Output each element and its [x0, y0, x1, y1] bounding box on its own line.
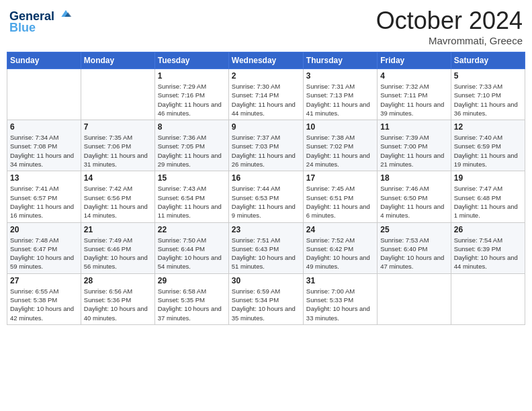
month-title: October 2024: [376, 7, 523, 35]
day-number: 2: [232, 71, 300, 81]
calendar-cell: 21Sunrise: 7:49 AM Sunset: 6:46 PM Dayli…: [81, 222, 154, 273]
day-number: 15: [158, 173, 226, 183]
day-info: Sunrise: 7:30 AM Sunset: 7:14 PM Dayligh…: [232, 82, 300, 118]
day-info: Sunrise: 7:41 AM Sunset: 6:57 PM Dayligh…: [10, 184, 78, 220]
calendar-week-row: 13Sunrise: 7:41 AM Sunset: 6:57 PM Dayli…: [7, 171, 525, 222]
day-info: Sunrise: 7:54 AM Sunset: 6:39 PM Dayligh…: [454, 236, 522, 271]
day-info: Sunrise: 7:50 AM Sunset: 6:44 PM Dayligh…: [158, 236, 226, 271]
day-number: 8: [158, 122, 226, 132]
day-info: Sunrise: 7:46 AM Sunset: 6:50 PM Dayligh…: [380, 184, 447, 220]
calendar-cell: [451, 273, 525, 324]
day-number: 27: [10, 276, 78, 285]
day-info: Sunrise: 7:35 AM Sunset: 7:06 PM Dayligh…: [84, 133, 152, 169]
weekday-header: Saturday: [451, 52, 525, 69]
day-number: 24: [306, 225, 374, 234]
logo: General Blue: [9, 7, 73, 35]
calendar-cell: 31Sunrise: 7:00 AM Sunset: 5:33 PM Dayli…: [303, 273, 377, 324]
day-number: 9: [232, 122, 300, 132]
page-header: General Blue October 2024 Mavrommati, Gr…: [7, 7, 525, 46]
calendar-cell: 3Sunrise: 7:31 AM Sunset: 7:13 PM Daylig…: [303, 69, 377, 120]
day-info: Sunrise: 7:32 AM Sunset: 7:11 PM Dayligh…: [380, 82, 447, 118]
calendar-cell: 7Sunrise: 7:35 AM Sunset: 7:06 PM Daylig…: [81, 120, 154, 171]
day-number: 6: [10, 122, 78, 132]
calendar-cell: 5Sunrise: 7:33 AM Sunset: 7:10 PM Daylig…: [451, 69, 525, 120]
calendar-cell: 24Sunrise: 7:52 AM Sunset: 6:42 PM Dayli…: [303, 222, 377, 273]
calendar-cell: 11Sunrise: 7:39 AM Sunset: 7:00 PM Dayli…: [378, 120, 451, 171]
day-info: Sunrise: 7:47 AM Sunset: 6:48 PM Dayligh…: [454, 184, 522, 220]
day-number: 10: [306, 122, 374, 132]
day-number: 14: [84, 173, 152, 183]
day-number: 29: [158, 276, 226, 285]
calendar-table: SundayMondayTuesdayWednesdayThursdayFrid…: [7, 52, 525, 325]
calendar-cell: 29Sunrise: 6:58 AM Sunset: 5:35 PM Dayli…: [154, 273, 228, 324]
logo-icon: [59, 7, 73, 20]
weekday-header: Sunday: [7, 52, 81, 69]
calendar-cell: 17Sunrise: 7:45 AM Sunset: 6:51 PM Dayli…: [303, 171, 377, 222]
day-number: 3: [306, 71, 374, 81]
weekday-header: Thursday: [303, 52, 377, 69]
day-info: Sunrise: 7:43 AM Sunset: 6:54 PM Dayligh…: [158, 184, 226, 220]
calendar-cell: 18Sunrise: 7:46 AM Sunset: 6:50 PM Dayli…: [378, 171, 451, 222]
day-info: Sunrise: 7:36 AM Sunset: 7:05 PM Dayligh…: [158, 133, 226, 169]
calendar-cell: 8Sunrise: 7:36 AM Sunset: 7:05 PM Daylig…: [154, 120, 228, 171]
day-info: Sunrise: 7:53 AM Sunset: 6:40 PM Dayligh…: [380, 236, 447, 271]
calendar-week-row: 1Sunrise: 7:29 AM Sunset: 7:16 PM Daylig…: [7, 69, 525, 120]
day-info: Sunrise: 7:00 AM Sunset: 5:33 PM Dayligh…: [306, 287, 374, 322]
calendar-cell: 14Sunrise: 7:42 AM Sunset: 6:56 PM Dayli…: [81, 171, 154, 222]
day-info: Sunrise: 7:39 AM Sunset: 7:00 PM Dayligh…: [380, 133, 447, 169]
calendar-cell: [7, 69, 81, 120]
calendar-cell: [81, 69, 154, 120]
day-info: Sunrise: 7:29 AM Sunset: 7:16 PM Dayligh…: [158, 82, 226, 118]
calendar-cell: 2Sunrise: 7:30 AM Sunset: 7:14 PM Daylig…: [228, 69, 303, 120]
weekday-header: Monday: [81, 52, 154, 69]
calendar-cell: 19Sunrise: 7:47 AM Sunset: 6:48 PM Dayli…: [451, 171, 525, 222]
calendar-cell: 27Sunrise: 6:55 AM Sunset: 5:38 PM Dayli…: [7, 273, 81, 324]
calendar-cell: 12Sunrise: 7:40 AM Sunset: 6:59 PM Dayli…: [451, 120, 525, 171]
calendar-cell: 28Sunrise: 6:56 AM Sunset: 5:36 PM Dayli…: [81, 273, 154, 324]
calendar-week-row: 6Sunrise: 7:34 AM Sunset: 7:08 PM Daylig…: [7, 120, 525, 171]
calendar-cell: 25Sunrise: 7:53 AM Sunset: 6:40 PM Dayli…: [378, 222, 451, 273]
weekday-header: Tuesday: [154, 52, 228, 69]
day-info: Sunrise: 6:55 AM Sunset: 5:38 PM Dayligh…: [10, 287, 78, 322]
location: Mavrommati, Greece: [376, 35, 523, 46]
day-info: Sunrise: 7:45 AM Sunset: 6:51 PM Dayligh…: [306, 184, 374, 220]
calendar-cell: 30Sunrise: 6:59 AM Sunset: 5:34 PM Dayli…: [228, 273, 303, 324]
day-info: Sunrise: 7:44 AM Sunset: 6:53 PM Dayligh…: [232, 184, 300, 220]
day-number: 19: [454, 173, 522, 183]
day-number: 13: [10, 173, 78, 183]
day-number: 28: [84, 276, 152, 285]
day-info: Sunrise: 7:48 AM Sunset: 6:47 PM Dayligh…: [10, 236, 78, 271]
day-info: Sunrise: 7:34 AM Sunset: 7:08 PM Dayligh…: [10, 133, 78, 169]
calendar-cell: 9Sunrise: 7:37 AM Sunset: 7:03 PM Daylig…: [228, 120, 303, 171]
weekday-header: Wednesday: [228, 52, 303, 69]
day-number: 25: [380, 225, 447, 234]
day-info: Sunrise: 7:37 AM Sunset: 7:03 PM Dayligh…: [232, 133, 300, 169]
day-number: 12: [454, 122, 522, 132]
day-info: Sunrise: 7:38 AM Sunset: 7:02 PM Dayligh…: [306, 133, 374, 169]
day-info: Sunrise: 7:42 AM Sunset: 6:56 PM Dayligh…: [84, 184, 152, 220]
day-number: 30: [232, 276, 300, 285]
day-info: Sunrise: 6:58 AM Sunset: 5:35 PM Dayligh…: [158, 287, 226, 322]
calendar-header-row: SundayMondayTuesdayWednesdayThursdayFrid…: [7, 52, 525, 69]
day-info: Sunrise: 7:31 AM Sunset: 7:13 PM Dayligh…: [306, 82, 374, 118]
day-number: 7: [84, 122, 152, 132]
day-number: 1: [158, 71, 226, 81]
day-number: 31: [306, 276, 374, 285]
day-number: 17: [306, 173, 374, 183]
calendar-cell: 26Sunrise: 7:54 AM Sunset: 6:39 PM Dayli…: [451, 222, 525, 273]
day-info: Sunrise: 6:56 AM Sunset: 5:36 PM Dayligh…: [84, 287, 152, 322]
day-number: 23: [232, 225, 300, 234]
calendar-cell: 13Sunrise: 7:41 AM Sunset: 6:57 PM Dayli…: [7, 171, 81, 222]
day-info: Sunrise: 7:33 AM Sunset: 7:10 PM Dayligh…: [454, 82, 522, 118]
calendar-cell: 1Sunrise: 7:29 AM Sunset: 7:16 PM Daylig…: [154, 69, 228, 120]
day-number: 5: [454, 71, 522, 81]
day-info: Sunrise: 7:52 AM Sunset: 6:42 PM Dayligh…: [306, 236, 374, 271]
weekday-header: Friday: [378, 52, 451, 69]
calendar-cell: 20Sunrise: 7:48 AM Sunset: 6:47 PM Dayli…: [7, 222, 81, 273]
calendar-week-row: 27Sunrise: 6:55 AM Sunset: 5:38 PM Dayli…: [7, 273, 525, 324]
calendar-cell: 15Sunrise: 7:43 AM Sunset: 6:54 PM Dayli…: [154, 171, 228, 222]
day-number: 22: [158, 225, 226, 234]
day-info: Sunrise: 7:40 AM Sunset: 6:59 PM Dayligh…: [454, 133, 522, 169]
calendar-cell: 4Sunrise: 7:32 AM Sunset: 7:11 PM Daylig…: [378, 69, 451, 120]
day-number: 18: [380, 173, 447, 183]
